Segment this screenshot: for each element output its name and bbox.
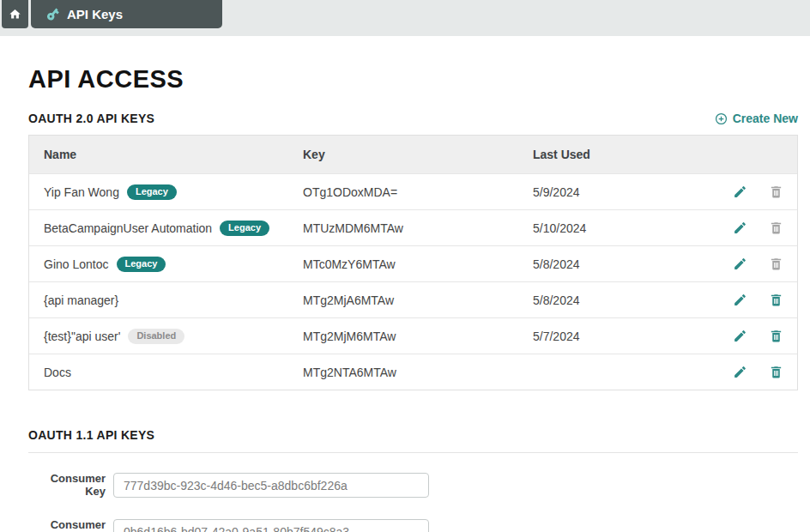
key-name: BetaCampaignUser Automation bbox=[44, 221, 212, 235]
delete-trash-button[interactable] bbox=[768, 293, 783, 308]
row-actions bbox=[706, 365, 789, 380]
row-actions bbox=[706, 293, 789, 308]
oauth2-section-header: OAUTH 2.0 API KEYS Create New bbox=[28, 112, 798, 125]
delete-trash-button[interactable] bbox=[768, 329, 783, 344]
row-actions bbox=[706, 221, 789, 236]
disabled-badge: Disabled bbox=[128, 329, 184, 344]
tab-api-keys[interactable]: API Keys bbox=[31, 0, 222, 28]
column-header-name: Name bbox=[44, 148, 303, 161]
home-tab[interactable] bbox=[2, 0, 28, 28]
key-name-cell: Yip Fan WongLegacy bbox=[44, 184, 303, 200]
edit-pencil-button[interactable] bbox=[732, 257, 747, 272]
delete-trash-button[interactable] bbox=[768, 221, 783, 236]
legacy-badge: Legacy bbox=[117, 257, 166, 272]
consumer-secret-input[interactable] bbox=[113, 519, 429, 532]
top-tab-bar: API Keys bbox=[0, 0, 810, 36]
home-icon bbox=[9, 8, 21, 21]
trash-icon bbox=[769, 184, 783, 199]
key-value: MTg2NTA6MTAw bbox=[303, 366, 533, 379]
row-actions bbox=[706, 184, 789, 200]
pencil-icon bbox=[733, 293, 747, 307]
table-row: BetaCampaignUser AutomationLegacyMTUzMDM… bbox=[29, 209, 797, 245]
pencil-icon bbox=[733, 329, 747, 343]
edit-pencil-button[interactable] bbox=[732, 184, 747, 200]
tab-api-keys-label: API Keys bbox=[67, 7, 123, 21]
last-used-date: 5/9/2024 bbox=[533, 185, 706, 199]
plus-circle-icon bbox=[715, 112, 728, 125]
section-divider bbox=[28, 452, 798, 453]
trash-icon bbox=[769, 329, 783, 343]
edit-pencil-button[interactable] bbox=[732, 329, 747, 344]
key-value: MTg2MjA6MTAw bbox=[303, 293, 533, 307]
row-actions bbox=[706, 329, 789, 344]
api-keys-table-body: Yip Fan WongLegacyOTg1ODoxMDA=5/9/2024Be… bbox=[29, 173, 797, 390]
edit-pencil-button[interactable] bbox=[732, 221, 747, 236]
api-keys-table: Name Key Last Used Yip Fan WongLegacyOTg… bbox=[28, 135, 798, 390]
trash-icon bbox=[769, 257, 783, 271]
pencil-icon bbox=[733, 221, 747, 235]
column-header-last-used: Last Used bbox=[533, 148, 706, 161]
table-header-row: Name Key Last Used bbox=[29, 136, 797, 173]
key-name-cell: Gino LontocLegacy bbox=[44, 257, 303, 272]
edit-pencil-button[interactable] bbox=[732, 293, 747, 308]
key-name-cell: Docs bbox=[44, 366, 303, 379]
consumer-secret-label: Consumer Secret bbox=[28, 519, 106, 532]
consumer-key-row: Consumer Key bbox=[28, 473, 798, 499]
legacy-badge: Legacy bbox=[127, 184, 177, 200]
delete-trash-button[interactable] bbox=[768, 257, 783, 272]
create-new-button[interactable]: Create New bbox=[715, 112, 798, 125]
table-row: Gino LontocLegacyMTc0MzY6MTAw5/8/2024 bbox=[29, 245, 797, 281]
edit-pencil-button[interactable] bbox=[732, 365, 747, 380]
key-value: MTc0MzY6MTAw bbox=[303, 257, 533, 271]
key-name: Docs bbox=[44, 366, 71, 379]
trash-icon bbox=[769, 293, 783, 307]
key-name: {test}"api user' bbox=[44, 329, 120, 343]
key-value: MTUzMDM6MTAw bbox=[303, 221, 533, 235]
consumer-key-label: Consumer Key bbox=[28, 473, 106, 499]
create-new-label: Create New bbox=[733, 112, 798, 125]
last-used-date: 5/7/2024 bbox=[533, 329, 706, 343]
trash-icon bbox=[769, 365, 783, 379]
key-name: Gino Lontoc bbox=[44, 257, 109, 271]
last-used-date: 5/8/2024 bbox=[533, 257, 706, 271]
oauth11-heading: OAUTH 1.1 API KEYS bbox=[28, 428, 798, 442]
table-row: {test}"api user'DisabledMTg2MjM6MTAw5/7/… bbox=[29, 317, 797, 354]
column-header-key: Key bbox=[303, 148, 533, 161]
legacy-badge: Legacy bbox=[220, 221, 269, 236]
key-value: OTg1ODoxMDA= bbox=[303, 185, 533, 199]
table-row: Yip Fan WongLegacyOTg1ODoxMDA=5/9/2024 bbox=[29, 173, 797, 209]
page-title: API ACCESS bbox=[28, 65, 798, 94]
last-used-date: 5/8/2024 bbox=[533, 293, 706, 307]
oauth2-heading: OAUTH 2.0 API KEYS bbox=[28, 112, 154, 125]
pencil-icon bbox=[733, 184, 747, 199]
key-name: {api manager} bbox=[44, 293, 118, 307]
delete-trash-button[interactable] bbox=[768, 184, 783, 200]
pencil-icon bbox=[733, 257, 747, 271]
key-name-cell: {test}"api user'Disabled bbox=[44, 329, 303, 344]
table-row: {api manager}MTg2MjA6MTAw5/8/2024 bbox=[29, 281, 797, 317]
pencil-icon bbox=[733, 365, 747, 379]
key-value: MTg2MjM6MTAw bbox=[303, 329, 533, 343]
consumer-key-input[interactable] bbox=[113, 473, 429, 498]
main-content: API ACCESS OAUTH 2.0 API KEYS Create New… bbox=[0, 65, 810, 532]
last-used-date: 5/10/2024 bbox=[533, 221, 706, 235]
consumer-secret-row: Consumer Secret bbox=[28, 519, 798, 532]
table-row: DocsMTg2NTA6MTAw bbox=[29, 354, 797, 390]
key-icon bbox=[45, 7, 60, 21]
key-name-cell: {api manager} bbox=[44, 293, 303, 307]
key-name-cell: BetaCampaignUser AutomationLegacy bbox=[44, 221, 303, 236]
trash-icon bbox=[769, 221, 783, 235]
key-name: Yip Fan Wong bbox=[44, 185, 119, 199]
delete-trash-button[interactable] bbox=[768, 365, 783, 380]
row-actions bbox=[706, 257, 789, 272]
